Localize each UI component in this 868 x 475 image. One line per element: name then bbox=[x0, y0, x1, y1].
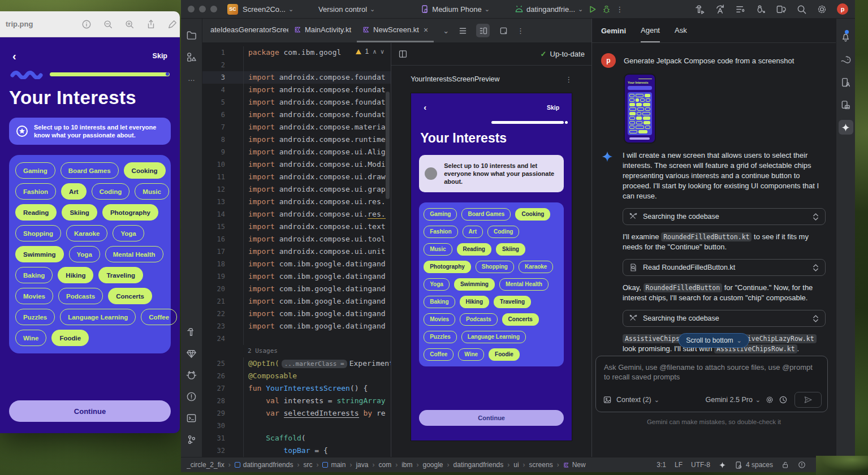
code-line[interactable]: 16import androidx.compose.ui.tool bbox=[202, 233, 391, 245]
tool-call-tools[interactable]: Searching the codebase bbox=[623, 208, 826, 225]
interest-chip[interactable]: Wine bbox=[458, 348, 484, 361]
interest-chip[interactable]: Board Games bbox=[61, 162, 119, 179]
device-manager-icon[interactable] bbox=[840, 71, 851, 93]
run-button[interactable] bbox=[588, 5, 597, 14]
interest-chip[interactable]: Coding bbox=[487, 226, 519, 238]
code-line[interactable]: 7import androidx.compose.materia bbox=[202, 121, 391, 133]
interest-chip[interactable]: Baking bbox=[15, 267, 53, 283]
interest-chip[interactable]: Cooking bbox=[515, 208, 550, 221]
gemini-prompt-input[interactable]: Ask Gemini, use @filename to attach sour… bbox=[595, 356, 828, 412]
breadcrumb-item[interactable]: ibm bbox=[401, 461, 412, 469]
breadcrumb-item[interactable]: New bbox=[563, 461, 586, 469]
inspections-status-icon[interactable] bbox=[798, 461, 806, 469]
close-tab-icon[interactable]: × bbox=[424, 25, 428, 34]
code-line[interactable]: 32 topBar = { bbox=[202, 444, 391, 457]
code-line[interactable]: 8import androidx.compose.runtime bbox=[202, 133, 391, 146]
code-line[interactable]: 9import androidx.compose.ui.Alig bbox=[202, 146, 391, 158]
problems-icon[interactable] bbox=[181, 386, 202, 407]
interest-chip[interactable]: Music bbox=[135, 183, 169, 200]
interest-chip[interactable]: Cooking bbox=[124, 162, 166, 179]
code-line[interactable]: 14import androidx.compose.ui.res. bbox=[202, 208, 391, 221]
interest-chip[interactable]: Baking bbox=[424, 296, 455, 308]
attached-screenshot-thumbnail[interactable]: Your Interests bbox=[624, 74, 656, 144]
interest-chip[interactable]: Mental Health bbox=[499, 278, 549, 291]
interest-chip[interactable]: Foodie bbox=[489, 348, 520, 361]
code-line[interactable]: 5import androidx.compose.foundat bbox=[202, 96, 391, 109]
breadcrumb-item[interactable]: _circle_2_fix bbox=[187, 461, 224, 469]
more-actions-icon[interactable]: ⋮ bbox=[616, 5, 623, 14]
interest-chip[interactable]: Puzzles bbox=[15, 309, 55, 325]
inspections-widget[interactable]: 1 ∧ ∨ bbox=[352, 48, 385, 55]
caret-position[interactable]: 3:1 bbox=[657, 461, 666, 469]
usages-inlay-hint[interactable]: 2 Usages bbox=[202, 345, 391, 357]
editor-scrollbar[interactable] bbox=[386, 92, 390, 199]
interest-chip[interactable]: Language Learning bbox=[461, 331, 526, 343]
git-branch-widget[interactable]: datingandfrie...⌄ bbox=[515, 5, 583, 14]
gemini-tab-ask[interactable]: Ask bbox=[675, 19, 687, 42]
code-view-icon[interactable] bbox=[456, 24, 469, 37]
code-line[interactable]: 3import androidx.compose.foundat bbox=[202, 71, 391, 84]
share-icon[interactable] bbox=[146, 19, 156, 29]
interest-chip[interactable]: Hiking bbox=[58, 267, 93, 283]
build-icon[interactable] bbox=[694, 4, 705, 15]
code-line[interactable]: 19import com.ibm.google.datingand bbox=[202, 270, 391, 283]
project-folder-icon[interactable] bbox=[181, 24, 202, 46]
file-encoding[interactable]: UTF-8 bbox=[691, 461, 710, 469]
attach-debugger-icon[interactable] bbox=[755, 4, 766, 15]
interest-chip[interactable]: Photography bbox=[424, 261, 471, 273]
split-view-icon[interactable] bbox=[476, 24, 490, 37]
code-line[interactable]: 23import com.ibm.google.datingand bbox=[202, 320, 391, 332]
gemini-tool-icon[interactable] bbox=[839, 116, 853, 139]
interest-chip[interactable]: Traveling bbox=[98, 267, 143, 283]
next-problem-icon[interactable]: ∨ bbox=[381, 48, 385, 55]
interest-chip[interactable]: Concerts bbox=[108, 288, 152, 304]
interest-chip[interactable]: Foodie bbox=[51, 330, 89, 346]
markup-icon[interactable] bbox=[167, 19, 178, 29]
minimize-window-icon[interactable] bbox=[199, 6, 206, 12]
vcs-widget[interactable]: Version control⌄ bbox=[318, 5, 375, 14]
breadcrumb-item[interactable]: java bbox=[356, 461, 368, 469]
tab-list-chevron-icon[interactable]: ⌄ bbox=[443, 27, 449, 35]
zoom-in-icon[interactable] bbox=[124, 19, 135, 29]
debug-button[interactable] bbox=[602, 5, 611, 14]
version-control-icon[interactable] bbox=[181, 429, 202, 450]
readonly-lock-icon[interactable] bbox=[781, 461, 789, 469]
interest-chip[interactable]: Yoga bbox=[424, 278, 450, 291]
zoom-window-icon[interactable] bbox=[210, 6, 217, 12]
interest-chip[interactable]: Reading bbox=[15, 204, 57, 221]
interest-chip[interactable]: Wine bbox=[15, 330, 46, 346]
interest-chip[interactable]: Coffee bbox=[141, 309, 177, 325]
preview-composable-name[interactable]: YourInterestsScreenPreview bbox=[411, 75, 499, 83]
code-line[interactable]: 10import androidx.compose.ui.Modi bbox=[202, 158, 391, 171]
interest-chip[interactable]: Photography bbox=[102, 204, 158, 221]
interest-chip[interactable]: Swimming bbox=[454, 278, 495, 291]
attach-image-icon[interactable] bbox=[603, 395, 612, 404]
unfold-icon[interactable] bbox=[812, 264, 819, 272]
breadcrumb-item[interactable]: datingandfriends bbox=[454, 461, 504, 469]
interest-chip[interactable]: Skiing bbox=[496, 243, 525, 256]
breadcrumb-item[interactable]: com bbox=[378, 461, 391, 469]
more-tool-windows-icon[interactable]: … bbox=[181, 67, 202, 89]
device-selector[interactable]: Medium Phone⌄ bbox=[420, 5, 490, 14]
editor-options-icon[interactable]: ⋮ bbox=[517, 27, 524, 35]
gemini-status-icon[interactable] bbox=[719, 461, 726, 469]
device-mirror-icon[interactable] bbox=[776, 4, 787, 15]
apply-changes-icon[interactable] bbox=[715, 4, 726, 15]
running-devices-icon[interactable] bbox=[840, 93, 851, 116]
line-separator[interactable]: LF bbox=[675, 461, 683, 469]
context-selector[interactable]: Context (2)⌄ bbox=[616, 396, 659, 404]
code-line[interactable]: 31 Scaffold( bbox=[202, 432, 391, 444]
indent-widget[interactable]: 4 spaces bbox=[735, 461, 773, 469]
code-line[interactable]: 12import androidx.compose.ui.grap bbox=[202, 183, 391, 196]
code-line[interactable]: 26@Composable bbox=[202, 370, 391, 382]
interest-chip[interactable]: Yoga bbox=[113, 225, 144, 241]
interest-chip[interactable]: Mental Health bbox=[105, 246, 163, 262]
tool-call-tools[interactable]: Searching the codebase bbox=[623, 310, 826, 327]
code-line[interactable]: 13import androidx.compose.ui.res. bbox=[202, 196, 391, 208]
editor-tab[interactable]: MainActivity.kt bbox=[288, 19, 357, 42]
interest-chip[interactable]: Karaoke bbox=[519, 261, 553, 273]
history-icon[interactable] bbox=[779, 395, 788, 404]
code-line[interactable]: 27fun YourInterestsScreen() { bbox=[202, 382, 391, 395]
code-line[interactable]: 6import androidx.compose.foundat bbox=[202, 109, 391, 121]
settings-gear-icon[interactable] bbox=[817, 4, 827, 15]
